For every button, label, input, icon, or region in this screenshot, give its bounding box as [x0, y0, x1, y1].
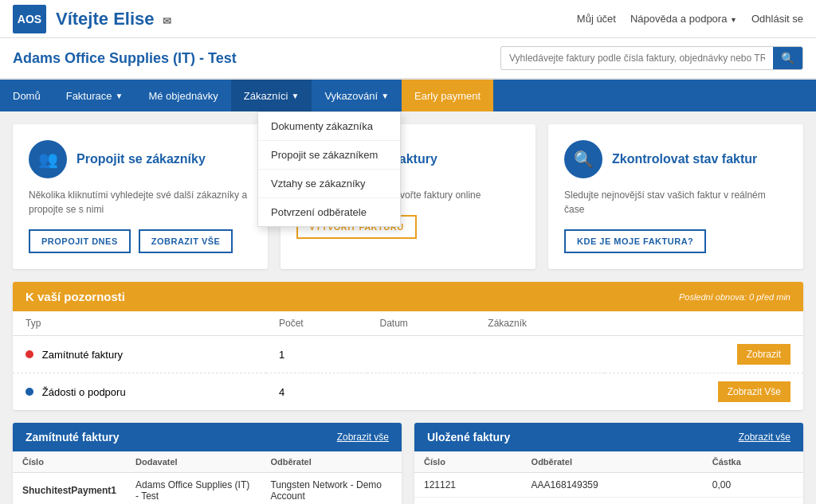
rejected-invoices-table: Číslo Dodavatel Odběratel ShuchitestPaym…	[13, 451, 402, 504]
top-bar-right: Můj účet Nápověda a podpora ▼ Odhlásit s…	[577, 13, 803, 25]
top-bar-left: AOS Vítejte Elise ✉	[13, 5, 171, 33]
dropdown-item-connect-customer[interactable]: Propojit se zákazníkem	[258, 141, 400, 170]
saved-invoices-table: Číslo Odběratel Částka 121121 AAA1681493…	[414, 451, 803, 498]
nav-bar: Domů Fakturace ▼ Mé objednávky Zákazníci…	[0, 80, 816, 111]
show-all-button[interactable]: ZOBRAZIT VŠE	[139, 229, 233, 253]
nav-item-home[interactable]: Domů	[0, 80, 53, 111]
company-bar: Adams Office Supplies (IT) - Test 🔍	[0, 38, 816, 80]
row2-count: 4	[266, 373, 367, 411]
row1-type: Zamítnuté faktury	[13, 336, 266, 373]
search-input[interactable]	[501, 48, 773, 68]
table-row: 121121 AAA168149359 0,00	[414, 473, 803, 498]
search-icon: 🔍	[781, 52, 794, 64]
row2-date	[367, 373, 475, 411]
customers-dropdown: Dokumenty zákazníka Propojit se zákazník…	[257, 111, 401, 227]
chevron-down-icon: ▼	[292, 92, 300, 100]
col-action	[605, 311, 803, 336]
row2-customer	[475, 373, 605, 411]
mail-icon: ✉	[163, 15, 171, 27]
col-odberatel: Odběratel	[261, 451, 402, 473]
dropdown-item-customer-confirm[interactable]: Potvrzení odběratele	[258, 198, 400, 226]
my-account-link[interactable]: Můj účet	[577, 13, 616, 25]
row1-count: 1	[266, 336, 367, 373]
rejected-invoices-card: Zamítnuté faktury Zobrazit vše Číslo Dod…	[13, 423, 402, 504]
saved-invoices-header: Uložené faktury Zobrazit vše	[414, 423, 803, 451]
dropdown-item-customer-relations[interactable]: Vztahy se zákazníky	[258, 170, 400, 198]
nav-item-invoices[interactable]: Fakturace ▼	[53, 80, 136, 111]
chevron-down-icon: ▼	[730, 16, 737, 24]
card1-buttons: PROPOJIT DNES ZOBRAZIT VŠE	[29, 229, 252, 253]
bottom-row: Zamítnuté faktury Zobrazit vše Číslo Dod…	[13, 423, 803, 504]
attention-section: K vaší pozornosti Poslední obnova: 0 pře…	[13, 282, 803, 410]
card-header: 👥 Propojit se zákazníky	[29, 140, 252, 178]
invoice-supplier: Adams Office Supplies (IT) - Test	[126, 473, 261, 505]
help-support-link[interactable]: Nápověda a podpora ▼	[630, 13, 737, 25]
where-is-invoice-button[interactable]: KDE JE MOJE FAKTURA?	[564, 229, 706, 253]
row2-type: Žádosti o podporu	[13, 373, 266, 411]
nav-item-early-payment[interactable]: Early payment	[402, 80, 493, 111]
card3-header: 🔍 Zkontrolovat stav faktur	[564, 140, 787, 178]
nav-item-orders[interactable]: Mé objednávky	[135, 80, 230, 111]
red-dot-icon	[26, 350, 33, 358]
main-content: 👥 Propojit se zákazníky Několika kliknut…	[0, 111, 816, 504]
col-typ: Typ	[13, 311, 266, 336]
table-row: ShuchitestPayment1 Adams Office Supplies…	[13, 473, 402, 505]
status-icon: 🔍	[564, 140, 602, 178]
row1-customer	[475, 336, 605, 373]
company-name: Adams Office Supplies (IT) - Test	[13, 50, 237, 67]
col-pocet: Počet	[266, 311, 367, 336]
logo: AOS	[13, 5, 46, 33]
chevron-down-icon: ▼	[116, 92, 124, 100]
show-button[interactable]: Zobrazit	[737, 344, 790, 365]
attention-header: K vaší pozornosti Poslední obnova: 0 pře…	[13, 282, 803, 311]
welcome-text: Vítejte Elise ✉	[56, 9, 171, 29]
saved-invoice-amount: 0,00	[703, 473, 803, 498]
dropdown-item-customer-docs[interactable]: Dokumenty zákazníka	[258, 112, 400, 141]
card1-title: Propojit se zákazníky	[76, 152, 206, 166]
col-odberatel: Odběratel	[522, 451, 703, 473]
connect-today-button[interactable]: PROPOJIT DNES	[29, 229, 131, 253]
rejected-invoices-header: Zamítnuté faktury Zobrazit vše	[13, 423, 402, 451]
search-bar: 🔍	[500, 46, 803, 70]
card3-buttons: KDE JE MOJE FAKTURA?	[564, 229, 787, 253]
customers-icon: 👥	[29, 140, 67, 178]
col-castka: Částka	[703, 451, 803, 473]
search-button[interactable]: 🔍	[773, 47, 802, 69]
rejected-invoices-title: Zamítnuté faktury	[26, 431, 119, 443]
col-cislo: Číslo	[414, 451, 522, 473]
col-zakaznik: Zákazník	[475, 311, 605, 336]
row1-action: Zobrazit	[605, 336, 803, 373]
col-dodavatel: Dodavatel	[126, 451, 261, 473]
saved-invoices-card: Uložené faktury Zobrazit vše Číslo Odběr…	[414, 423, 803, 504]
col-cislo: Číslo	[13, 451, 126, 473]
cards-row: 👥 Propojit se zákazníky Několika kliknut…	[13, 124, 803, 269]
rejected-invoices-link[interactable]: Zobrazit vše	[337, 432, 389, 443]
nav-item-customers[interactable]: Zákazníci ▼	[231, 80, 312, 111]
invoice-number: ShuchitestPayment1	[13, 473, 126, 505]
table-row: Žádosti o podporu 4 Zobrazit Vše	[13, 373, 803, 411]
nav-item-reporting[interactable]: Vykazování ▼	[312, 80, 402, 111]
attention-table: Typ Počet Datum Zákazník Zamítnuté faktu…	[13, 311, 803, 410]
card3-title: Zkontrolovat stav faktur	[612, 152, 757, 166]
chevron-down-icon: ▼	[381, 92, 389, 100]
table-row: Zamítnuté faktury 1 Zobrazit	[13, 336, 803, 373]
card-connect-customers: 👥 Propojit se zákazníky Několika kliknut…	[13, 124, 268, 269]
saved-invoice-number: 121121	[414, 473, 522, 498]
card-check-status: 🔍 Zkontrolovat stav faktur Sledujte nejn…	[548, 124, 803, 269]
card1-desc: Několika kliknutími vyhledejte své další…	[29, 188, 252, 217]
top-bar: AOS Vítejte Elise ✉ Můj účet Nápověda a …	[0, 0, 816, 38]
row1-date	[367, 336, 475, 373]
saved-invoices-title: Uložené faktury	[427, 431, 510, 443]
logout-link[interactable]: Odhlásit se	[751, 13, 803, 25]
attention-title: K vaší pozornosti	[26, 290, 125, 303]
row2-action: Zobrazit Vše	[605, 373, 803, 411]
saved-invoice-buyer: AAA168149359	[522, 473, 703, 498]
attention-refresh: Poslední obnova: 0 před min	[679, 292, 790, 302]
saved-invoices-link[interactable]: Zobrazit vše	[739, 432, 790, 443]
blue-dot-icon	[26, 388, 33, 396]
invoice-buyer: Tungsten Network - Demo Account	[261, 473, 402, 505]
col-datum: Datum	[367, 311, 475, 336]
show-all-button[interactable]: Zobrazit Vše	[718, 381, 790, 402]
card3-desc: Sledujte nejnovější stav vašich faktur v…	[564, 188, 787, 217]
